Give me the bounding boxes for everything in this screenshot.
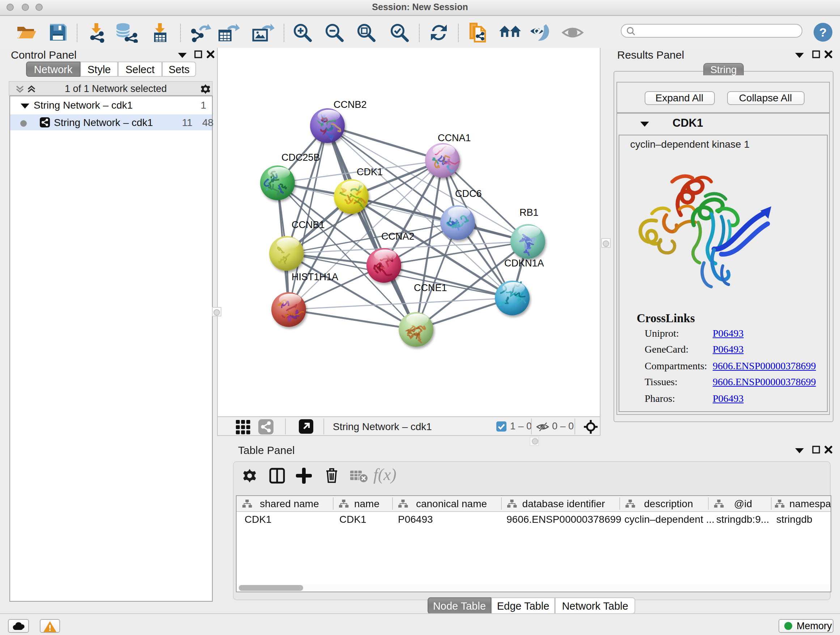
svg-text:CCNB1: CCNB1 bbox=[292, 219, 325, 230]
svg-text:description: description bbox=[644, 498, 693, 509]
svg-text:RB1: RB1 bbox=[519, 207, 538, 218]
svg-text:CCNA1: CCNA1 bbox=[438, 132, 471, 143]
svg-text:shared name: shared name bbox=[260, 498, 319, 509]
svg-text:database identifier: database identifier bbox=[523, 498, 605, 509]
svg-text:namespace: namespace bbox=[789, 498, 831, 509]
svg-text:HIST1H1A: HIST1H1A bbox=[292, 271, 338, 282]
svg-text:?: ? bbox=[819, 25, 827, 39]
svg-text:@id: @id bbox=[734, 498, 752, 509]
svg-text:canonical name: canonical name bbox=[416, 498, 487, 509]
svg-text:CDK1: CDK1 bbox=[357, 166, 383, 177]
svg-text:CDKN1A: CDKN1A bbox=[504, 257, 544, 268]
svg-text:name: name bbox=[354, 498, 379, 509]
svg-text:CCNA2: CCNA2 bbox=[381, 231, 415, 241]
svg-text:CDC25B: CDC25B bbox=[281, 152, 320, 163]
svg-text:CCNB2: CCNB2 bbox=[333, 99, 367, 110]
svg-text:CCNE1: CCNE1 bbox=[414, 282, 447, 293]
svg-text:CDC6: CDC6 bbox=[455, 188, 482, 199]
